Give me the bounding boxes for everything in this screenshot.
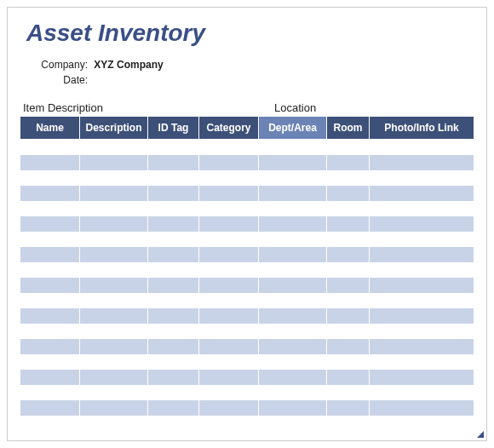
table-cell[interactable] bbox=[370, 308, 474, 324]
table-cell[interactable] bbox=[80, 201, 148, 216]
table-cell[interactable] bbox=[199, 400, 259, 416]
table-cell[interactable] bbox=[148, 400, 199, 416]
table-cell[interactable] bbox=[199, 186, 259, 201]
resize-handle-icon[interactable] bbox=[477, 431, 484, 438]
table-cell[interactable] bbox=[80, 278, 148, 293]
table-cell[interactable] bbox=[20, 170, 80, 186]
table-cell[interactable] bbox=[259, 354, 327, 370]
table-cell[interactable] bbox=[80, 400, 148, 416]
table-cell[interactable] bbox=[327, 278, 370, 293]
table-cell[interactable] bbox=[370, 262, 474, 278]
table-cell[interactable] bbox=[199, 140, 259, 155]
table-cell[interactable] bbox=[80, 324, 148, 339]
table-cell[interactable] bbox=[327, 370, 370, 385]
table-cell[interactable] bbox=[80, 385, 148, 400]
table-cell[interactable] bbox=[199, 232, 259, 247]
table-cell[interactable] bbox=[327, 216, 370, 232]
table-cell[interactable] bbox=[199, 155, 259, 170]
table-cell[interactable] bbox=[20, 140, 80, 155]
table-cell[interactable] bbox=[20, 354, 80, 370]
table-cell[interactable] bbox=[20, 262, 80, 278]
table-cell[interactable] bbox=[20, 216, 80, 232]
table-cell[interactable] bbox=[370, 186, 474, 201]
table-cell[interactable] bbox=[80, 370, 148, 385]
table-cell[interactable] bbox=[370, 216, 474, 232]
table-cell[interactable] bbox=[199, 339, 259, 354]
table-cell[interactable] bbox=[80, 293, 148, 308]
table-cell[interactable] bbox=[259, 339, 327, 354]
table-cell[interactable] bbox=[148, 354, 199, 370]
table-cell[interactable] bbox=[370, 339, 474, 354]
table-cell[interactable] bbox=[20, 370, 80, 385]
table-cell[interactable] bbox=[20, 293, 80, 308]
table-cell[interactable] bbox=[327, 232, 370, 247]
table-cell[interactable] bbox=[148, 170, 199, 186]
table-cell[interactable] bbox=[199, 201, 259, 216]
table-cell[interactable] bbox=[259, 293, 327, 308]
table-cell[interactable] bbox=[259, 278, 327, 293]
table-cell[interactable] bbox=[20, 201, 80, 216]
table-cell[interactable] bbox=[259, 308, 327, 324]
table-cell[interactable] bbox=[370, 293, 474, 308]
table-cell[interactable] bbox=[20, 155, 80, 170]
table-cell[interactable] bbox=[327, 293, 370, 308]
table-cell[interactable] bbox=[199, 278, 259, 293]
table-cell[interactable] bbox=[259, 216, 327, 232]
table-cell[interactable] bbox=[370, 416, 474, 431]
table-cell[interactable] bbox=[259, 400, 327, 416]
table-cell[interactable] bbox=[327, 170, 370, 186]
table-cell[interactable] bbox=[199, 170, 259, 186]
table-cell[interactable] bbox=[199, 262, 259, 278]
table-cell[interactable] bbox=[259, 140, 327, 155]
table-cell[interactable] bbox=[327, 400, 370, 416]
table-cell[interactable] bbox=[259, 385, 327, 400]
table-cell[interactable] bbox=[20, 416, 80, 431]
table-cell[interactable] bbox=[199, 370, 259, 385]
table-cell[interactable] bbox=[199, 216, 259, 232]
table-cell[interactable] bbox=[370, 140, 474, 155]
table-cell[interactable] bbox=[199, 354, 259, 370]
table-cell[interactable] bbox=[20, 232, 80, 247]
table-cell[interactable] bbox=[148, 262, 199, 278]
table-cell[interactable] bbox=[370, 232, 474, 247]
table-cell[interactable] bbox=[20, 308, 80, 324]
table-cell[interactable] bbox=[80, 140, 148, 155]
table-cell[interactable] bbox=[80, 354, 148, 370]
table-cell[interactable] bbox=[148, 216, 199, 232]
table-cell[interactable] bbox=[80, 308, 148, 324]
table-cell[interactable] bbox=[20, 400, 80, 416]
table-cell[interactable] bbox=[370, 354, 474, 370]
table-cell[interactable] bbox=[327, 140, 370, 155]
table-cell[interactable] bbox=[370, 324, 474, 339]
table-cell[interactable] bbox=[259, 247, 327, 262]
table-cell[interactable] bbox=[259, 186, 327, 201]
table-cell[interactable] bbox=[199, 293, 259, 308]
table-cell[interactable] bbox=[370, 201, 474, 216]
table-cell[interactable] bbox=[199, 385, 259, 400]
table-cell[interactable] bbox=[20, 186, 80, 201]
table-cell[interactable] bbox=[327, 247, 370, 262]
table-cell[interactable] bbox=[148, 416, 199, 431]
table-cell[interactable] bbox=[199, 308, 259, 324]
table-cell[interactable] bbox=[370, 155, 474, 170]
table-cell[interactable] bbox=[80, 155, 148, 170]
table-cell[interactable] bbox=[370, 385, 474, 400]
table-cell[interactable] bbox=[148, 247, 199, 262]
table-cell[interactable] bbox=[370, 278, 474, 293]
table-cell[interactable] bbox=[259, 170, 327, 186]
table-cell[interactable] bbox=[259, 262, 327, 278]
table-cell[interactable] bbox=[148, 186, 199, 201]
table-cell[interactable] bbox=[370, 247, 474, 262]
table-cell[interactable] bbox=[148, 324, 199, 339]
table-cell[interactable] bbox=[20, 385, 80, 400]
table-cell[interactable] bbox=[259, 155, 327, 170]
table-cell[interactable] bbox=[148, 278, 199, 293]
table-cell[interactable] bbox=[327, 324, 370, 339]
table-cell[interactable] bbox=[327, 201, 370, 216]
table-cell[interactable] bbox=[259, 324, 327, 339]
table-cell[interactable] bbox=[327, 186, 370, 201]
table-cell[interactable] bbox=[80, 232, 148, 247]
table-cell[interactable] bbox=[80, 216, 148, 232]
table-cell[interactable] bbox=[148, 293, 199, 308]
table-cell[interactable] bbox=[80, 170, 148, 186]
